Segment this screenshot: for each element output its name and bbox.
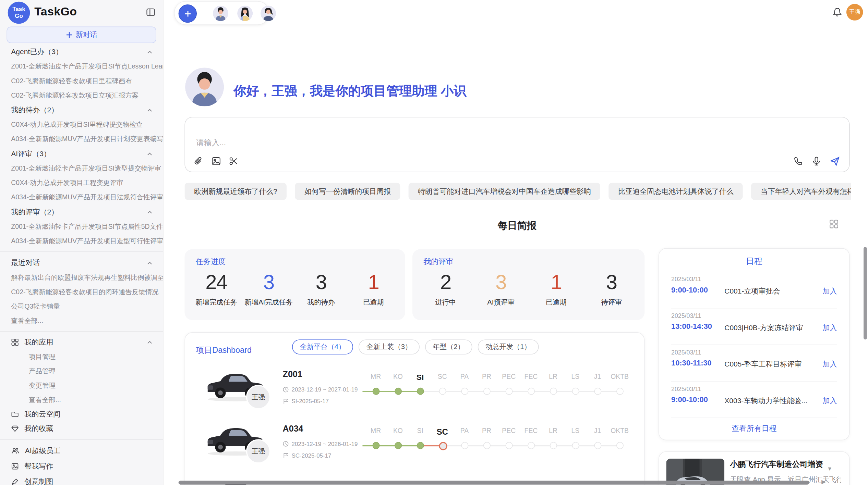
milestone-label: LR: [542, 373, 564, 381]
stat-item: 2进行中: [418, 270, 473, 307]
stat-item: 1已逾期: [347, 270, 400, 307]
agent-avatar[interactable]: [261, 5, 276, 21]
agent-avatar[interactable]: [237, 5, 253, 21]
app-sub-item[interactable]: 查看全部...: [0, 393, 163, 407]
sidebar-item-cloud-space[interactable]: 我的云空间: [0, 407, 163, 421]
new-chat-button[interactable]: 新对话: [7, 27, 156, 43]
schedule-name: C005-整车工程目标评审: [724, 359, 801, 369]
agent-switcher: [174, 1, 269, 25]
stat-item: 3我的待办: [295, 270, 347, 307]
suggestion-chips: 欧洲新规最近颁布了什么?如何写一份清晰的项目周报特朗普可能对进口汽车增税会对中国…: [184, 183, 851, 200]
app-title: TaskGo: [34, 5, 77, 18]
project-row: 王强Z0012023-12-19 ~ 2027-01-19SI-2025-05-…: [185, 366, 644, 420]
recent-chat-item[interactable]: 公司Q3轻卡销量: [0, 299, 163, 313]
sidebar-item[interactable]: C0X4-动力总成开发项目SI里程碑提交物检查: [0, 117, 163, 132]
recent-chat-item[interactable]: 解释最新出台的欧盟报废车法规再生塑料比例被调至15%...: [0, 270, 163, 285]
view-all-chats-link[interactable]: 查看全部...: [0, 313, 163, 328]
sidebar-item[interactable]: A034-全新新能源MUV产品开发项目法规符合性评审: [0, 190, 163, 204]
news-card[interactable]: 小鹏飞行汽车制造公司增资 天眼查 App 显示，近日广州汇天飞行汽...: [659, 451, 850, 485]
milestone-label: SI: [409, 427, 431, 435]
sidebar-item[interactable]: C02-飞腾新能源轻客改款项目立项汇报方案: [0, 88, 163, 102]
suggestion-chip[interactable]: 当下年轻人对汽车外观有怎样的喜好趋势: [751, 183, 851, 200]
suggestion-chip[interactable]: 欧洲新规最近颁布了什么?: [184, 183, 287, 200]
stat-value: 24: [190, 270, 243, 295]
sidebar-section-title: AI评审（3）: [11, 149, 51, 159]
schedule-item: 2025/03/119:00-10:00X003-车辆动力学性能验...加入: [671, 382, 837, 418]
sidebar-item[interactable]: A034-全新新能源MUV产品开发项目计划变更表编写: [0, 132, 163, 146]
milestone-dot: [616, 388, 623, 395]
suggestion-chip[interactable]: 比亚迪全固态电池计划具体说了什么: [609, 183, 743, 200]
sidebar-item-my-apps[interactable]: 我的应用: [0, 335, 163, 349]
agent-avatar[interactable]: [213, 5, 228, 21]
join-button[interactable]: 加入: [822, 286, 837, 296]
dashboard-title: 项目Dashboard: [196, 345, 252, 356]
dashboard-tab[interactable]: 年型（2）: [425, 339, 472, 355]
chat-input[interactable]: [195, 137, 641, 147]
send-icon[interactable]: [830, 156, 840, 167]
milestone-label: OKTB: [608, 373, 631, 381]
sidebar-item[interactable]: Z001-全新燃油轻卡产品开发项目SI造型提交物评审: [0, 161, 163, 176]
divider: [0, 331, 163, 332]
stat-label: 已逾期: [529, 298, 584, 307]
sidebar-section-header[interactable]: Agent已办（3）: [0, 44, 163, 59]
flag-text: SC-2025-05-17: [291, 452, 331, 458]
sidebar-item[interactable]: Z001-全新燃油皮卡产品开发项目SI节点Lesson Learn报告: [0, 59, 163, 74]
milestone-label: SC: [431, 427, 454, 436]
recent-chat-item[interactable]: C02-飞腾新能源轻客改款项目的闭环通告反馈情况: [0, 285, 163, 299]
sidebar-section-header[interactable]: 我的评审（2）: [0, 204, 163, 220]
app-sub-item[interactable]: 项目管理: [0, 349, 163, 364]
dashboard-tab-active[interactable]: 全新平台（4）: [292, 339, 353, 355]
main-area: 王强 你好，王强，我是你的项目管理助理 小识: [164, 0, 868, 485]
sidebar-item[interactable]: C0X4-动力总成开发项目工程变更评审: [0, 176, 163, 190]
stat-value: 2: [418, 270, 473, 295]
sidebar-section-header[interactable]: 我的待办（2）: [0, 102, 163, 117]
milestone-dot: [616, 442, 623, 449]
attachment-icon[interactable]: [193, 156, 204, 167]
user-avatar[interactable]: 王强: [846, 4, 863, 21]
app-sub-item[interactable]: 产品管理: [0, 364, 163, 378]
stat-card-title: 我的评审: [423, 257, 453, 267]
microphone-icon[interactable]: [811, 156, 822, 167]
scroll-right-arrow-icon[interactable]: ▶: [821, 478, 825, 485]
sidebar-collapse-icon[interactable]: [146, 7, 156, 17]
join-button[interactable]: 加入: [822, 323, 837, 333]
scroll-down-arrow-icon[interactable]: ▼: [827, 466, 832, 472]
phone-icon[interactable]: [793, 156, 804, 167]
join-button[interactable]: 加入: [822, 396, 837, 406]
divider: [0, 251, 163, 252]
sidebar-item-ai-staff[interactable]: AI超级员工: [0, 443, 163, 458]
dashboard-tab[interactable]: 全新上装（3）: [359, 339, 420, 355]
sidebar-item-help-write[interactable]: 帮我写作: [0, 459, 163, 474]
add-agent-button[interactable]: [179, 4, 197, 23]
sidebar-item[interactable]: C02-飞腾新能源轻客改款项目里程碑画布: [0, 74, 163, 88]
image-icon[interactable]: [211, 156, 222, 167]
sidebar-body: Agent已办（3）Z001-全新燃油皮卡产品开发项目SI节点Lesson Le…: [0, 44, 163, 485]
chevron-up-icon: [146, 48, 153, 55]
sidebar-item[interactable]: A034-全新新能源MUV产品开发项目造型可行性评审: [0, 234, 163, 248]
sidebar-header: Task Go TaskGo: [0, 0, 163, 24]
layout-grid-icon[interactable]: [829, 219, 839, 228]
milestone-dot: [505, 388, 513, 395]
dashboard-tab[interactable]: 动总开发（1）: [478, 339, 539, 355]
view-all-schedule-link[interactable]: 查看所有日程: [659, 424, 849, 434]
sidebar-item-favorites[interactable]: 我的收藏: [0, 421, 163, 436]
vertical-scrollbar[interactable]: [864, 247, 867, 339]
milestone-dot: [461, 442, 468, 449]
app-sub-item[interactable]: 变更管理: [0, 378, 163, 393]
milestone-label: LS: [564, 427, 587, 435]
sidebar-item-creative-draw[interactable]: 创意制图: [0, 474, 163, 485]
stat-label: 我的待办: [295, 298, 347, 307]
divider: [0, 439, 163, 440]
scissors-icon[interactable]: [229, 156, 240, 167]
suggestion-chip[interactable]: 特朗普可能对进口汽车增税会对中国车企造成哪些影响: [409, 183, 600, 200]
label: 我的云空间: [24, 409, 60, 419]
suggestion-chip[interactable]: 如何写一份清晰的项目周报: [295, 183, 400, 200]
join-button[interactable]: 加入: [822, 359, 837, 369]
milestone-label: MR: [365, 427, 387, 435]
recent-chats-header[interactable]: 最近对话: [0, 255, 163, 270]
sidebar-section-header[interactable]: AI评审（3）: [0, 146, 163, 161]
horizontal-scrollbar[interactable]: [179, 481, 809, 484]
milestone-label: J1: [587, 373, 609, 381]
sidebar-item[interactable]: Z001-全新燃油轻卡产品开发项目SI节点属性5D文件评审: [0, 219, 163, 234]
notification-bell-icon[interactable]: [833, 7, 842, 17]
